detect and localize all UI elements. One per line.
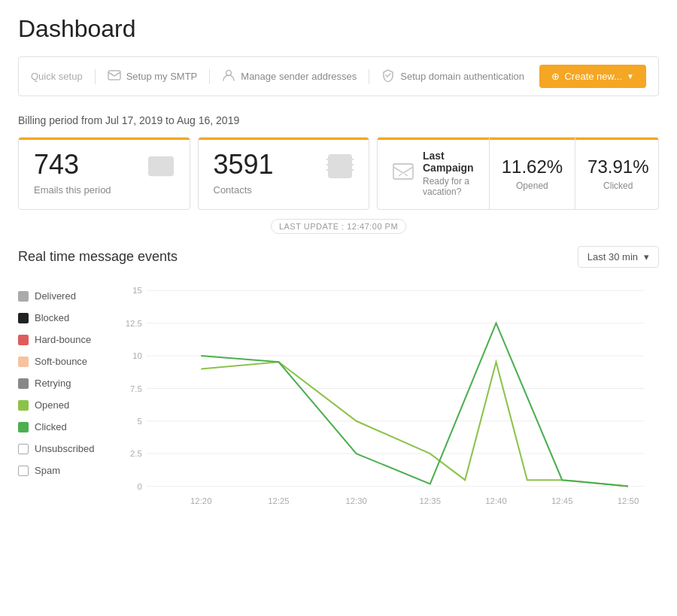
domain-label: Setup domain authentication <box>400 71 524 82</box>
svg-rect-11 <box>393 164 413 179</box>
realtime-title: Real time message events <box>18 249 178 265</box>
delivered-swatch <box>18 291 29 302</box>
legend-soft-bounce: Soft-bounce <box>18 356 116 367</box>
legend-opened: Opened <box>18 399 116 411</box>
domain-item[interactable]: Setup domain authentication <box>369 68 536 84</box>
smtp-item[interactable]: Setup my SMTP <box>96 70 210 83</box>
emails-label: Emails this period <box>34 184 111 196</box>
svg-text:0: 0 <box>137 482 141 491</box>
contacts-card: 3591 Contacts <box>198 137 370 210</box>
legend-blocked: Blocked <box>18 312 116 323</box>
opened-value: 11.62% <box>502 156 563 178</box>
svg-text:12:40: 12:40 <box>485 496 506 505</box>
opened-legend-label: Opened <box>35 399 69 411</box>
smtp-label: Setup my SMTP <box>126 71 198 82</box>
sender-label: Manage sender addresses <box>241 71 357 82</box>
chevron-down-icon: ▾ <box>644 251 649 262</box>
time-filter-label: Last 30 min <box>587 251 638 262</box>
soft-bounce-label: Soft-bounce <box>35 356 87 367</box>
legend-retrying: Retrying <box>18 378 116 389</box>
spam-label: Spam <box>35 465 60 476</box>
svg-text:12:25: 12:25 <box>268 496 289 505</box>
svg-text:12:50: 12:50 <box>618 496 639 505</box>
legend-delivered: Delivered <box>18 290 116 302</box>
legend-spam: Spam <box>18 465 116 476</box>
svg-text:12:20: 12:20 <box>190 496 211 505</box>
clicked-value: 73.91% <box>587 156 648 178</box>
domain-icon <box>381 68 395 84</box>
hard-bounce-label: Hard-bounce <box>35 334 91 345</box>
delivered-label: Delivered <box>35 290 76 302</box>
clicked-label: Clicked <box>603 181 633 191</box>
page-container: Dashboard Quick setup Setup my SMTP Mana… <box>0 0 677 541</box>
svg-text:12:30: 12:30 <box>346 496 367 505</box>
clicked-line <box>201 323 628 487</box>
retrying-label: Retrying <box>35 378 71 389</box>
campaign-card: Last Campaign Ready for a vacation? 11.6… <box>377 137 659 210</box>
email-icon <box>147 153 175 185</box>
quick-setup-label: Quick setup <box>31 71 83 82</box>
contacts-label: Contacts <box>214 184 274 196</box>
svg-text:15: 15 <box>132 286 142 295</box>
campaign-details: Last Campaign Ready for a vacation? <box>423 150 474 197</box>
create-label: Create new... <box>564 71 622 82</box>
legend-unsubscribed: Unsubscribed <box>18 443 116 454</box>
last-update-badge: LAST UPDATE : 12:47:00 PM <box>271 219 406 234</box>
unsubscribed-label: Unsubscribed <box>35 443 95 454</box>
spam-swatch <box>18 466 29 476</box>
billing-period: Billing period from Jul 17, 2019 to Aug … <box>18 114 659 126</box>
create-new-button[interactable]: ⊕ Create new... ▼ <box>539 65 646 88</box>
setup-bar: Quick setup Setup my SMTP Manage sender … <box>18 56 659 96</box>
smtp-icon <box>108 70 121 83</box>
sender-icon <box>222 68 235 84</box>
svg-text:10: 10 <box>132 351 142 360</box>
chart-svg: 15 12.5 10 7.5 5 2.5 0 12:20 12:25 12:30… <box>116 283 659 523</box>
chart-legend: Delivered Blocked Hard-bounce Soft-bounc… <box>18 283 116 526</box>
emails-text: 743 Emails this period <box>34 150 111 196</box>
clicked-legend-label: Clicked <box>35 421 67 432</box>
svg-text:12:45: 12:45 <box>551 496 572 505</box>
legend-hard-bounce: Hard-bounce <box>18 334 116 345</box>
page-title: Dashboard <box>18 15 659 43</box>
contacts-text: 3591 Contacts <box>214 150 274 196</box>
soft-bounce-swatch <box>18 357 29 367</box>
chart-container: Delivered Blocked Hard-bounce Soft-bounc… <box>18 283 659 526</box>
svg-text:7.5: 7.5 <box>130 384 142 393</box>
quick-setup-item[interactable]: Quick setup <box>31 71 95 82</box>
campaign-title: Last Campaign <box>423 150 474 174</box>
clicked-metric: 73.91% Clicked <box>575 138 659 209</box>
opened-label: Opened <box>516 181 548 191</box>
stats-row: 743 Emails this period 3591 Contacts <box>18 137 659 210</box>
svg-text:5: 5 <box>137 417 141 426</box>
campaign-icon <box>393 162 414 185</box>
unsubscribed-swatch <box>18 444 29 454</box>
sender-item[interactable]: Manage sender addresses <box>210 68 369 84</box>
emails-card: 743 Emails this period <box>18 137 190 210</box>
emails-number: 743 <box>34 150 111 180</box>
time-filter-dropdown[interactable]: Last 30 min ▾ <box>578 246 659 268</box>
campaign-info: Last Campaign Ready for a vacation? <box>378 138 490 209</box>
blocked-label: Blocked <box>35 312 69 323</box>
svg-text:2.5: 2.5 <box>130 449 142 458</box>
svg-text:12.5: 12.5 <box>126 319 142 328</box>
opened-line <box>201 362 628 486</box>
svg-rect-0 <box>108 71 120 80</box>
chart-area: 15 12.5 10 7.5 5 2.5 0 12:20 12:25 12:30… <box>116 283 659 526</box>
opened-metric: 11.62% Opened <box>490 138 575 209</box>
create-arrow-icon: ▼ <box>627 72 634 80</box>
campaign-subtitle: Ready for a vacation? <box>423 176 474 197</box>
blocked-swatch <box>18 313 29 323</box>
contacts-icon <box>326 153 354 185</box>
opened-swatch <box>18 400 29 411</box>
svg-point-4 <box>336 159 344 166</box>
svg-text:12:35: 12:35 <box>420 496 441 505</box>
create-plus-icon: ⊕ <box>551 71 560 82</box>
retrying-swatch <box>18 378 29 389</box>
contacts-number: 3591 <box>214 150 274 180</box>
hard-bounce-swatch <box>18 335 29 345</box>
clicked-swatch <box>18 422 29 432</box>
realtime-header: Real time message events Last 30 min ▾ <box>18 246 659 268</box>
legend-clicked: Clicked <box>18 421 116 432</box>
last-update: LAST UPDATE : 12:47:00 PM <box>18 219 659 234</box>
